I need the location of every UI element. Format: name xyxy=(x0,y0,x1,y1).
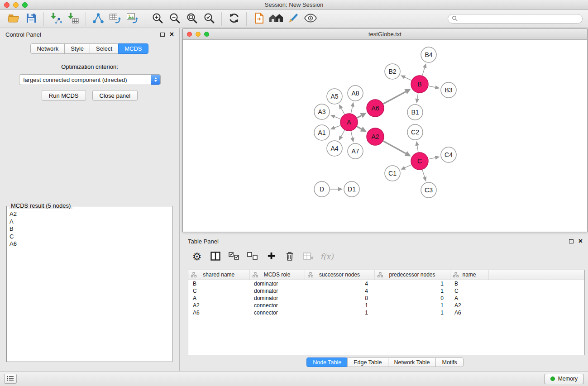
export-image-button[interactable] xyxy=(124,11,141,27)
home-button[interactable] xyxy=(268,11,285,27)
table-cell[interactable]: A xyxy=(188,295,249,302)
table-cell[interactable]: 4 xyxy=(305,287,374,295)
open-session-button[interactable] xyxy=(5,11,23,27)
table-cell[interactable]: 8 xyxy=(305,295,374,302)
destroy-table-button[interactable] xyxy=(301,250,316,263)
column-header-predecessor-nodes[interactable]: predecessor nodes xyxy=(374,270,450,280)
graph-edge[interactable] xyxy=(335,117,340,119)
column-header-name[interactable]: name xyxy=(450,270,488,280)
tab-style[interactable]: Style xyxy=(64,43,90,54)
table-cell[interactable]: 4 xyxy=(305,280,374,287)
minimize-window-icon[interactable] xyxy=(13,2,19,8)
tab-select[interactable]: Select xyxy=(90,43,119,54)
table-cell[interactable]: A2 xyxy=(188,302,249,309)
column-function-icon[interactable] xyxy=(308,272,313,279)
column-function-icon[interactable] xyxy=(378,272,383,279)
network-window-titlebar[interactable]: testGlobe.txt xyxy=(183,29,587,40)
tab-network[interactable]: Network xyxy=(30,43,65,54)
add-column-button[interactable] xyxy=(264,250,278,263)
graph-edge[interactable] xyxy=(357,115,362,118)
table-cell[interactable]: 1 xyxy=(374,302,450,309)
import-table-button[interactable] xyxy=(65,11,82,27)
first-neighbors-button[interactable] xyxy=(250,11,268,27)
optimization-criterion-select[interactable]: largest connected component (directed) xyxy=(19,74,161,85)
graph-edge[interactable] xyxy=(341,130,345,137)
table-cell[interactable]: 1 xyxy=(305,302,374,309)
graph-edge[interactable] xyxy=(422,170,425,177)
tab-motifs[interactable]: Motifs xyxy=(435,357,463,367)
maximize-window-icon[interactable] xyxy=(22,2,28,8)
tab-node-table[interactable]: Node Table xyxy=(306,357,348,367)
graph-edge[interactable] xyxy=(405,165,411,167)
minimize-network-window-icon[interactable] xyxy=(196,32,201,37)
mcds-result-item[interactable]: A2 xyxy=(10,210,169,218)
column-header-mcds-role[interactable]: MCDS role xyxy=(249,270,305,280)
export-table-button[interactable] xyxy=(107,11,124,27)
tab-edge-table[interactable]: Edge Table xyxy=(347,357,388,367)
unselect-all-button[interactable] xyxy=(245,250,260,263)
table-cell[interactable]: B xyxy=(188,280,249,287)
float-panel-icon[interactable] xyxy=(160,33,165,37)
graph-edge[interactable] xyxy=(417,146,418,152)
search-box[interactable] xyxy=(448,14,583,24)
float-table-panel-icon[interactable] xyxy=(569,239,574,243)
select-all-button[interactable] xyxy=(227,250,241,263)
window-titlebar[interactable]: Session: New Session xyxy=(0,0,588,10)
share-network-button[interactable] xyxy=(90,11,107,27)
network-graph[interactable]: AA1A2A3A4A5A6A7A8BB1B2B3B4CC1C2C3C4DD1 xyxy=(183,40,587,232)
tab-mcds[interactable]: MCDS xyxy=(118,43,148,54)
mcds-result-item[interactable]: A xyxy=(10,218,169,226)
table-cell[interactable]: dominator xyxy=(249,287,305,295)
column-header-successor-nodes[interactable]: successor nodes xyxy=(305,270,374,280)
table-cell[interactable]: dominator xyxy=(249,280,305,287)
close-panel-icon[interactable]: × xyxy=(170,31,174,38)
search-input[interactable] xyxy=(460,16,578,22)
graph-edge[interactable] xyxy=(351,131,352,138)
tab-network-table[interactable]: Network Table xyxy=(388,357,436,367)
table-row[interactable]: A2connector11A2 xyxy=(188,302,584,309)
graph-edge[interactable] xyxy=(335,125,340,128)
zoom-selected-button[interactable] xyxy=(201,11,218,27)
close-panel-button[interactable]: Close panel xyxy=(92,90,138,101)
table-row[interactable]: Bdominator41B xyxy=(188,280,584,287)
mcds-result-item[interactable]: A6 xyxy=(10,240,169,248)
close-network-window-icon[interactable] xyxy=(187,32,192,37)
graph-edge[interactable] xyxy=(429,157,435,159)
table-cell[interactable]: C xyxy=(450,287,488,295)
graph-edge[interactable] xyxy=(429,86,435,87)
graph-edge[interactable] xyxy=(351,106,352,113)
network-canvas[interactable]: AA1A2A3A4A5A6A7A8BB1B2B3B4CC1C2C3C4DD1 xyxy=(183,40,587,232)
graph-edge[interactable] xyxy=(422,68,425,76)
table-row[interactable]: Adominator80A xyxy=(188,295,584,302)
table-settings-button[interactable]: ⚙ xyxy=(190,250,204,263)
save-session-button[interactable] xyxy=(23,11,40,27)
table-cell[interactable]: B xyxy=(450,280,488,287)
dropdown-stepper-icon[interactable] xyxy=(151,75,160,85)
table-cell[interactable]: A xyxy=(450,295,488,302)
column-function-icon[interactable] xyxy=(453,272,459,279)
column-function-icon[interactable] xyxy=(191,272,196,279)
table-cell[interactable]: C xyxy=(188,287,249,295)
graph-edge[interactable] xyxy=(383,141,406,154)
function-builder-button[interactable]: f(x) xyxy=(320,250,334,263)
run-mcds-button[interactable]: Run MCDS xyxy=(42,90,86,101)
refresh-layout-button[interactable] xyxy=(225,11,243,27)
table-cell[interactable]: 1 xyxy=(374,309,450,316)
column-header-shared-name[interactable]: shared name xyxy=(188,270,249,280)
table-cell[interactable]: connector xyxy=(249,302,305,309)
table-cell[interactable]: 1 xyxy=(305,309,374,316)
graph-edge[interactable] xyxy=(383,92,406,104)
table-cell[interactable]: 1 xyxy=(374,280,450,287)
table-cell[interactable]: dominator xyxy=(249,295,305,302)
column-visibility-button[interactable] xyxy=(208,250,223,263)
zoom-in-button[interactable] xyxy=(149,11,166,27)
delete-column-button[interactable] xyxy=(282,250,297,263)
graph-edge[interactable] xyxy=(417,93,418,99)
table-cell[interactable]: A2 xyxy=(450,302,488,309)
zoom-out-button[interactable] xyxy=(166,11,183,27)
table-cell[interactable]: A6 xyxy=(450,309,488,316)
column-function-icon[interactable] xyxy=(253,272,258,279)
mcds-result-item[interactable]: C xyxy=(10,233,169,241)
graph-edge[interactable] xyxy=(405,77,411,81)
memory-button[interactable]: Memory xyxy=(544,374,584,384)
